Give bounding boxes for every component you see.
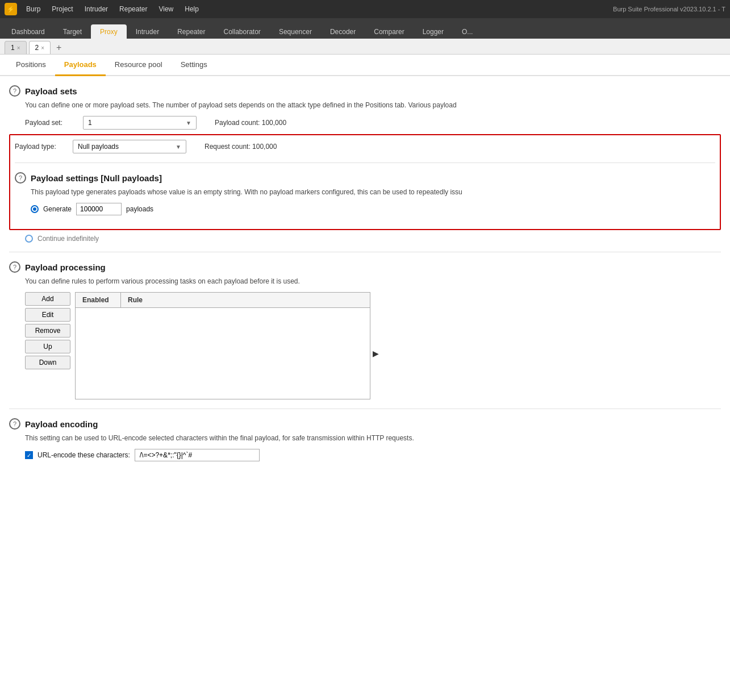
payload-sets-title: Payload sets — [25, 86, 77, 96]
session-tab-1-label: 1 — [11, 44, 15, 52]
menu-repeater[interactable]: Repeater — [115, 3, 152, 15]
payload-encoding-title: Payload encoding — [25, 419, 98, 429]
menu-help[interactable]: Help — [180, 3, 203, 15]
continue-radio-row: Continue indefinitely — [9, 235, 721, 243]
sub-tabs: Positions Payloads Resource pool Setting… — [0, 55, 730, 76]
payload-set-select[interactable]: 1 ▼ — [83, 116, 197, 130]
payload-settings-section: ? Payload settings [Null payloads] This … — [15, 163, 715, 215]
menu-bar: Burp Project Intruder Repeater View Help — [22, 3, 203, 15]
continue-label: Continue indefinitely — [37, 235, 99, 243]
th-enabled: Enabled — [76, 293, 121, 307]
payload-settings-title: Payload settings [Null payloads] — [31, 173, 162, 183]
payload-set-arrow: ▼ — [186, 120, 191, 126]
url-encode-row: URL-encode these characters: — [9, 449, 721, 461]
expand-arrow-icon[interactable]: ▶ — [373, 349, 379, 358]
payload-type-row: Payload type: Null payloads ▼ Request co… — [15, 140, 715, 153]
session-tab-2[interactable]: 2 × — [29, 41, 51, 54]
down-button[interactable]: Down — [25, 356, 70, 369]
menu-intruder[interactable]: Intruder — [80, 3, 112, 15]
url-encode-checkbox[interactable] — [25, 451, 33, 459]
nav-tab-logger[interactable]: Logger — [414, 24, 453, 39]
nav-tab-intruder[interactable]: Intruder — [127, 24, 168, 39]
menu-view[interactable]: View — [154, 3, 178, 15]
nav-tab-dashboard[interactable]: Dashboard — [2, 24, 54, 39]
nav-tab-sequencer[interactable]: Sequencer — [270, 24, 321, 39]
payload-set-label: Payload set: — [25, 119, 76, 127]
payload-type-label: Payload type: — [15, 143, 66, 151]
nav-tab-comparer[interactable]: Comparer — [365, 24, 413, 39]
generate-radio[interactable] — [31, 205, 39, 213]
title-bar: ⚡ Burp Project Intruder Repeater View He… — [0, 0, 730, 18]
payload-sets-header: ? Payload sets — [9, 85, 721, 97]
nav-tabs: Dashboard Target Proxy Intruder Repeater… — [0, 18, 730, 39]
sub-tab-payloads[interactable]: Payloads — [55, 55, 106, 76]
session-tab-2-close[interactable]: × — [41, 45, 44, 51]
payload-settings-help[interactable]: ? — [15, 172, 26, 184]
divider-1 — [15, 163, 715, 163]
payload-sets-help[interactable]: ? — [9, 85, 20, 97]
payload-type-value: Null payloads — [78, 143, 119, 151]
generate-input[interactable] — [76, 203, 122, 215]
payload-processing-help[interactable]: ? — [9, 261, 20, 273]
payloads-label: payloads — [126, 205, 153, 213]
payload-encoding-section: ? Payload encoding This setting can be u… — [9, 418, 721, 461]
payload-settings-header: ? Payload settings [Null payloads] — [15, 172, 715, 184]
up-button[interactable]: Up — [25, 340, 70, 353]
session-tab-add[interactable]: + — [53, 41, 65, 54]
highlight-box: Payload type: Null payloads ▼ Request co… — [9, 134, 721, 230]
session-tab-1-close[interactable]: × — [17, 45, 20, 51]
main-content: ? Payload sets You can define one or mor… — [0, 76, 730, 700]
payload-processing-header: ? Payload processing — [9, 261, 721, 273]
divider-3 — [9, 409, 721, 409]
remove-button[interactable]: Remove — [25, 324, 70, 338]
request-count: Request count: 100,000 — [205, 143, 277, 151]
th-rule: Rule — [121, 293, 370, 307]
generate-label: Generate — [43, 205, 72, 213]
processing-table-area: Add Edit Remove Up Down Enabled Rule ▶ — [9, 292, 721, 399]
generate-radio-row: Generate payloads — [15, 203, 715, 215]
payload-settings-desc: This payload type generates payloads who… — [15, 188, 715, 196]
nav-tab-collaborator[interactable]: Collaborator — [215, 24, 270, 39]
nav-tab-proxy[interactable]: Proxy — [91, 24, 127, 39]
encode-chars-input[interactable] — [135, 449, 260, 461]
session-tab-2-label: 2 — [35, 44, 39, 52]
nav-tab-target[interactable]: Target — [54, 24, 91, 39]
payload-processing-desc: You can define rules to perform various … — [9, 277, 721, 285]
payload-set-row: Payload set: 1 ▼ Payload count: 100,000 — [9, 116, 721, 130]
processing-table: Enabled Rule ▶ — [75, 292, 370, 399]
app-logo: ⚡ — [5, 3, 17, 15]
payload-sets-desc: You can define one or more payload sets.… — [9, 101, 721, 109]
sub-tab-resource-pool[interactable]: Resource pool — [106, 55, 172, 76]
session-tabs: 1 × 2 × + — [0, 39, 730, 55]
nav-tab-repeater[interactable]: Repeater — [168, 24, 214, 39]
payload-set-value: 1 — [88, 119, 92, 127]
nav-tab-decoder[interactable]: Decoder — [321, 24, 365, 39]
payload-processing-title: Payload processing — [25, 262, 106, 272]
table-body: ▶ — [76, 308, 370, 399]
table-header: Enabled Rule — [76, 293, 370, 308]
divider-2 — [9, 252, 721, 252]
payload-encoding-desc: This setting can be used to URL-encode s… — [9, 434, 721, 442]
sub-tab-settings[interactable]: Settings — [172, 55, 216, 76]
sub-tab-positions[interactable]: Positions — [7, 55, 55, 76]
payload-processing-section: ? Payload processing You can define rule… — [9, 261, 721, 399]
payload-type-arrow: ▼ — [176, 144, 181, 150]
edit-button[interactable]: Edit — [25, 308, 70, 322]
app-title: Burp Suite Professional v2023.10.2.1 - T — [613, 6, 725, 13]
session-tab-1[interactable]: 1 × — [5, 41, 27, 54]
payload-count: Payload count: 100,000 — [215, 119, 286, 127]
menu-burp[interactable]: Burp — [22, 3, 45, 15]
nav-tab-other[interactable]: O... — [453, 24, 482, 39]
url-encode-label: URL-encode these characters: — [37, 451, 130, 459]
payload-encoding-header: ? Payload encoding — [9, 418, 721, 430]
processing-btn-group: Add Edit Remove Up Down — [25, 292, 70, 399]
menu-project[interactable]: Project — [47, 3, 77, 15]
payload-encoding-help[interactable]: ? — [9, 418, 20, 430]
payload-type-select[interactable]: Null payloads ▼ — [73, 140, 186, 153]
add-button[interactable]: Add — [25, 292, 70, 306]
continue-radio[interactable] — [25, 235, 33, 243]
